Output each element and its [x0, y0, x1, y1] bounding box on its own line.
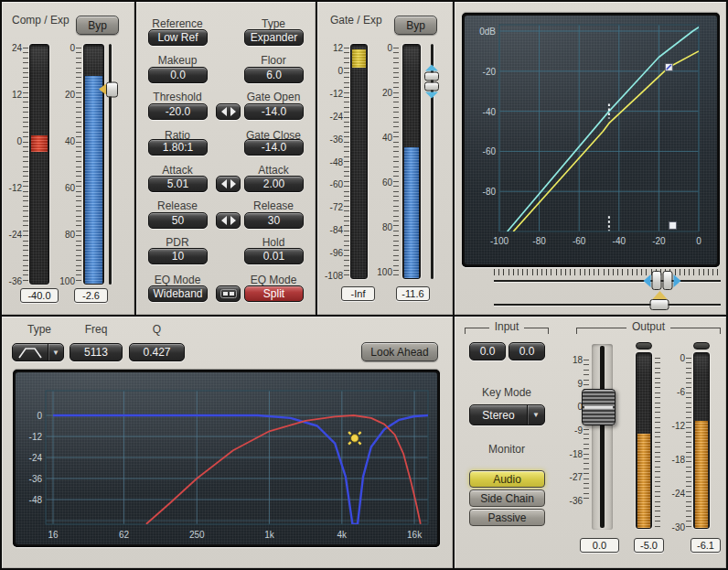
- param-value-eq-mode-right[interactable]: Split: [244, 285, 304, 302]
- comp-level-meter-ticks: [76, 48, 81, 281]
- param-value-gate-open-right[interactable]: -14.0: [244, 103, 304, 120]
- comp-threshold-slider-handle[interactable]: [99, 81, 118, 97]
- monitor-button-audio[interactable]: Audio: [469, 470, 545, 488]
- param-value-release-left[interactable]: 50: [148, 212, 208, 229]
- scale-tick-label: -12: [330, 88, 343, 98]
- param-value-release-right[interactable]: 30: [244, 212, 304, 229]
- transfer-screen: -100-80-60-40-2000dB-20-40-60-80: [465, 16, 717, 264]
- eq-q-value[interactable]: 0.427: [129, 343, 185, 361]
- bandpass-response: [146, 415, 421, 524]
- param-value-threshold-left[interactable]: -20.0: [148, 103, 208, 120]
- output-meter-left-readout[interactable]: -5.0: [634, 538, 664, 553]
- eq-response-plot[interactable]: 16622501k4k16k0-12-24-36-48: [16, 372, 437, 544]
- look-ahead-button[interactable]: Look Ahead: [361, 342, 438, 361]
- gate-level-readout[interactable]: -Inf: [341, 286, 375, 301]
- param-value-makeup-left[interactable]: 0.0: [148, 67, 208, 83]
- chevron-down-icon[interactable]: ▼: [527, 405, 544, 425]
- graph-slider1-handle[interactable]: [643, 271, 680, 290]
- chevron-down-icon[interactable]: ▼: [48, 344, 63, 360]
- param-value-eq-mode-left[interactable]: Wideband: [148, 285, 208, 302]
- param-label-gate-open-right: Gate Open: [235, 91, 312, 103]
- scale-tick-label: -36: [570, 496, 583, 506]
- scale-tick-label: 24: [12, 43, 22, 53]
- scale-tick-label: -18: [570, 448, 583, 458]
- slider-grip[interactable]: [106, 81, 118, 97]
- scale-tick-label: -6: [677, 387, 685, 397]
- output-meter-left-fill: [637, 434, 650, 528]
- param-value-floor-right[interactable]: 6.0: [244, 67, 304, 83]
- output-fader-track[interactable]: [600, 346, 605, 528]
- param-label-release: Release: [139, 199, 216, 212]
- key-mode-dropdown[interactable]: Stereo ▼: [469, 404, 545, 425]
- param-value-pdr-left[interactable]: 10: [148, 248, 208, 264]
- comp-gr-readout[interactable]: -40.0: [20, 288, 59, 303]
- scale-tick-label: 20: [382, 88, 392, 98]
- scale-tick-label: 12: [12, 90, 22, 100]
- graph-slider1-track[interactable]: [494, 280, 721, 282]
- monitor-button-side-chain[interactable]: Side Chain: [469, 489, 545, 507]
- link-arrows-button[interactable]: [216, 212, 241, 229]
- x-axis-tick-label: 250: [189, 530, 205, 540]
- slider-grip-left[interactable]: [651, 271, 661, 290]
- freq-handle[interactable]: [351, 435, 359, 443]
- graph-slider2-track[interactable]: [494, 304, 721, 306]
- output-meter-right-readout[interactable]: -6.1: [691, 538, 721, 553]
- scale-tick-label: -48: [330, 156, 343, 167]
- gate-bypass-button[interactable]: Byp: [394, 16, 437, 35]
- gate-range-slider-handle[interactable]: [424, 65, 439, 99]
- slider-grip-lower[interactable]: [424, 82, 439, 91]
- param-label-release-right: Release: [235, 199, 312, 212]
- param-label-eq-mode: EQ Mode: [139, 274, 216, 286]
- param-value-hold-right[interactable]: 0.01: [244, 248, 304, 264]
- eq-mode-link-button[interactable]: [216, 285, 241, 302]
- comp-bypass-button[interactable]: Byp: [76, 16, 119, 35]
- slider-grip-right[interactable]: [662, 271, 672, 290]
- link-arrows-button[interactable]: [216, 176, 241, 192]
- y-axis-tick-label: -24: [29, 453, 43, 463]
- input-gain-right-value[interactable]: 0.0: [509, 342, 545, 360]
- monitor-button-passive[interactable]: Passive: [469, 509, 545, 526]
- param-value-reference-left[interactable]: Low Ref: [148, 29, 208, 46]
- link-arrows-button[interactable]: [216, 103, 241, 120]
- gate-range-meter-scale: 020406080100: [370, 48, 392, 272]
- eq-freq-value[interactable]: 5113: [70, 343, 123, 361]
- output-group-label: Output: [626, 320, 670, 333]
- param-value-ratio-left[interactable]: 1.80:1: [148, 139, 208, 156]
- param-value-attack-left[interactable]: 5.01: [148, 176, 208, 192]
- eq-type-dropdown[interactable]: ▼: [12, 343, 64, 361]
- param-value-gate-close-right[interactable]: -14.0: [244, 139, 304, 156]
- scale-tick-label: -24: [9, 230, 22, 240]
- param-value-type-right[interactable]: Expander: [244, 29, 304, 46]
- output-fader-handle[interactable]: [582, 389, 616, 425]
- graph-slider2-handle[interactable]: [650, 291, 669, 310]
- comp-level-readout[interactable]: -2.6: [74, 288, 108, 303]
- eq-screen-bezel: 16622501k4k16k0-12-24-36-48: [13, 370, 440, 547]
- link-arrows-icon: [219, 215, 238, 226]
- slider-grip[interactable]: [650, 299, 669, 310]
- scale-tick-label: -24: [330, 111, 343, 121]
- param-label-type-right: Type: [235, 17, 312, 30]
- scale-tick-label: 0: [337, 65, 343, 75]
- input-gain-left-value[interactable]: 0.0: [469, 342, 506, 360]
- scale-tick-label: -96: [330, 248, 343, 258]
- y-axis-tick-label: 0dB: [479, 27, 496, 37]
- key-mode-value: Stereo: [470, 409, 527, 422]
- range-bottom-marker[interactable]: [669, 221, 677, 229]
- scale-tick-label: 18: [573, 355, 583, 365]
- scale-tick-label: -72: [330, 202, 343, 212]
- output-group-bracket: Output: [576, 328, 721, 335]
- output-meter-right-fill: [695, 421, 708, 528]
- gate-range-readout[interactable]: -11.6: [396, 286, 430, 301]
- eq-freq-label: Freq: [70, 323, 123, 336]
- param-value-attack-right[interactable]: 2.00: [244, 176, 304, 192]
- input-group-label: Input: [489, 320, 525, 333]
- output-fader-readout[interactable]: 0.0: [580, 538, 619, 553]
- slider-grip-upper[interactable]: [424, 72, 439, 81]
- transfer-curve-plot[interactable]: -100-80-60-40-2000dB-20-40-60-80: [465, 16, 717, 264]
- param-label-attack: Attack: [139, 164, 216, 177]
- marker-ray-icon: [348, 442, 350, 444]
- scale-tick-label: 20: [65, 90, 75, 100]
- output-meter-left: [636, 352, 652, 529]
- scale-tick-label: -84: [330, 225, 343, 235]
- param-label-threshold: Threshold: [139, 91, 216, 103]
